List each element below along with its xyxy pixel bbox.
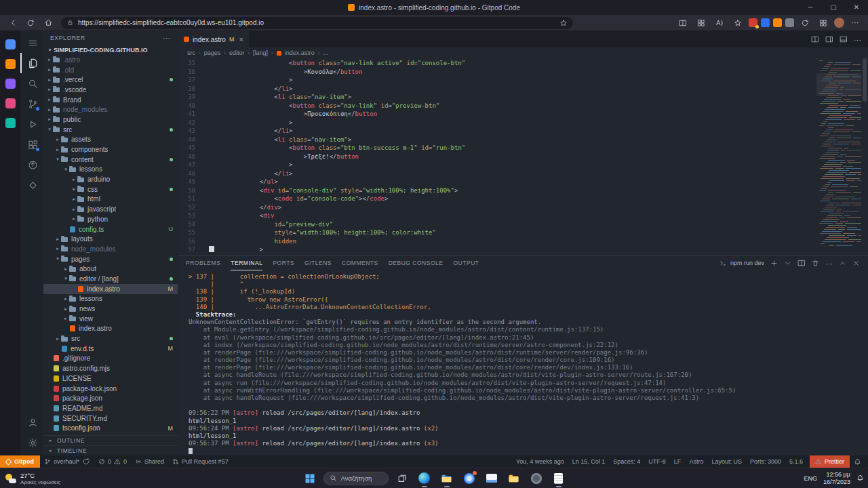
password-extension-icon[interactable] <box>785 18 794 27</box>
tree-folder-python[interactable]: ▸python <box>43 214 178 224</box>
tree-file-index-astro[interactable]: index.astro <box>43 324 178 334</box>
sidebar-app-pink-icon[interactable] <box>5 98 16 108</box>
terminal-line[interactable]: html/lesson_1 <box>189 432 863 440</box>
back-icon[interactable] <box>5 16 20 30</box>
panel-tab-comments[interactable]: COMMENTS <box>342 256 378 270</box>
tree-folder-brand[interactable]: ▸Brand <box>43 95 178 105</box>
code-line[interactable]: 51 <code id="console-code"></code> <box>178 195 816 203</box>
terminal-line[interactable]: 09:56:37 PM [astro] reload /src/pages/ed… <box>189 440 863 447</box>
code-line[interactable]: 45 <button class="btn btn-success m-1" i… <box>178 144 816 152</box>
terminal-dropdown-icon[interactable] <box>784 260 791 267</box>
tree-folder-arduino[interactable]: ▸arduino <box>43 174 178 184</box>
terminal-line[interactable]: 09:56:24 PM [astro] reload /src/pages/ed… <box>189 425 863 432</box>
panel-tab-output[interactable]: OUTPUT <box>454 256 479 270</box>
code-area[interactable]: 35 <button class="nav-link active" id="c… <box>178 58 816 255</box>
minimize-button[interactable]: ─ <box>799 0 822 15</box>
extensions-icon[interactable] <box>816 17 831 29</box>
terminal-line[interactable]: at index (/workspace/simplified-coding.g… <box>189 342 863 349</box>
problems-indicator[interactable]: 0 0 <box>94 458 131 465</box>
terminal-line[interactable]: 139 | throw new AstroError({ <box>189 296 863 304</box>
pull-request-indicator[interactable]: Pull Request #57 <box>168 458 233 465</box>
browser-icon[interactable] <box>460 470 478 487</box>
status-ln-15-col-1[interactable]: Ln 15, Col 1 <box>568 458 610 465</box>
new-terminal-icon[interactable] <box>770 260 778 267</box>
editor-scrollbar[interactable] <box>861 58 868 255</box>
code-line[interactable]: 40 <button class="nav-link" id="preview-… <box>178 102 816 110</box>
status-utf-8[interactable]: UTF-8 <box>644 458 670 465</box>
code-line[interactable]: 50 <div id="console-div" style="width:10… <box>178 186 816 195</box>
breadcrumb-item-src[interactable]: src <box>187 49 195 56</box>
status-you-4-weeks-ago[interactable]: You, 4 weeks ago <box>512 458 568 465</box>
tree-folder-vscode[interactable]: ▸.vscode <box>43 85 178 95</box>
terminal-line[interactable]: at async run (file:///workspace/simplifi… <box>189 380 863 387</box>
code-line[interactable]: 44 <li class="nav-item"> <box>178 136 816 144</box>
status-layout-us[interactable]: Layout: US <box>707 458 746 465</box>
tree-folder-css[interactable]: ▸css <box>43 184 178 195</box>
kill-terminal-icon[interactable] <box>812 260 819 267</box>
start-button[interactable] <box>301 470 319 487</box>
tree-file-security-md[interactable]: SECURITY.md <box>43 413 178 424</box>
tree-folder-content[interactable]: ▾content <box>43 155 178 165</box>
activity-run-debug-icon[interactable] <box>20 114 43 134</box>
terminal-line[interactable]: 140 | ...AstroErrorData.UnknownContentCo… <box>189 304 863 311</box>
weather-widget[interactable]: 27°C Αραιές νεφώσεις <box>5 472 60 485</box>
tree-file-readme-md[interactable]: README.md <box>43 403 178 413</box>
taskbar-search[interactable]: Αναζήτηση <box>323 472 389 485</box>
tab-grid-icon[interactable] <box>694 17 709 29</box>
terminal-line[interactable]: at async runWithErrorHandling (file:///w… <box>189 387 863 394</box>
sidebar-app-orange-icon[interactable] <box>5 59 16 69</box>
code-line[interactable]: 54 id="preview-div" <box>178 220 816 229</box>
branch-indicator[interactable]: overhaul* <box>40 458 94 466</box>
activity-source-control-icon[interactable] <box>20 94 43 114</box>
terminal-line[interactable]: | ^ <box>189 281 863 288</box>
sync-icon[interactable] <box>797 17 812 29</box>
activity-settings-icon[interactable] <box>20 432 43 453</box>
code-line[interactable]: 49 </ul> <box>178 178 816 186</box>
taskbar-clock[interactable]: 12:56 μμ 16/7/2023 <box>823 471 850 486</box>
code-line[interactable]: 37 > <box>178 76 816 85</box>
code-line[interactable]: 46 >Τρέξε!</button <box>178 152 816 161</box>
remote-indicator[interactable]: Gitpod <box>0 455 40 468</box>
tab-close-icon[interactable]: × <box>239 35 243 43</box>
language-indicator[interactable]: ENG <box>804 475 817 482</box>
maximize-panel-icon[interactable] <box>839 260 846 267</box>
tree-root-folder[interactable]: ▾ SIMPLIFIED-CODING.GITHUB.IO <box>43 45 178 55</box>
prettier-indicator[interactable]: Prettier <box>810 455 850 468</box>
gitpod-extension-icon[interactable] <box>773 18 782 27</box>
notepad-icon[interactable] <box>550 470 568 487</box>
terminal-line[interactable]: 138 | if (!_lookupId) <box>189 288 863 296</box>
code-line[interactable]: 35 <button class="nav-link active" id="c… <box>178 59 816 68</box>
close-panel-icon[interactable] <box>852 260 860 267</box>
minimap[interactable] <box>816 58 861 255</box>
terminal-line[interactable]: 09:56:22 PM [astro] reload /src/pages/ed… <box>189 409 863 417</box>
sidebar-section-timeline[interactable]: ▸TIMELINE <box>43 445 178 455</box>
tree-folder-javascript[interactable]: ▸javascript <box>43 204 178 214</box>
tree-folder-lessons[interactable]: ▾lessons <box>43 165 178 175</box>
split-editor-icon[interactable] <box>811 35 819 43</box>
code-line[interactable]: 47 > <box>178 161 816 169</box>
tree-file-gitignore[interactable]: .gitignore <box>43 354 178 364</box>
terminal-task[interactable]: npm run dev <box>719 260 764 267</box>
activity-accounts-icon[interactable] <box>20 412 43 432</box>
terminal-line[interactable]: at renderPage (file:///workspace/simplif… <box>189 349 863 357</box>
code-line[interactable]: 55 style="width:100%; height:100%; color… <box>178 228 816 237</box>
url-bar[interactable]: https://simplifiedc-simplifiedc-eabtco0u… <box>61 17 573 29</box>
activity-gitpod-icon[interactable] <box>20 175 43 195</box>
tree-folder-pages[interactable]: ▾pages <box>43 254 178 264</box>
notifications-bell-icon[interactable] <box>856 474 864 482</box>
status-ports-3000[interactable]: Ports: 3000 <box>746 458 785 465</box>
terminal-output[interactable]: > 137 | collection = collectionOrLookupO… <box>178 270 868 455</box>
close-button[interactable]: ✕ <box>845 0 868 15</box>
terminal-line[interactable]: at eval (/workspace/simplified-coding.gi… <box>189 334 863 342</box>
code-line[interactable]: 38 </li> <box>178 85 816 94</box>
panel-tab-gitlens[interactable]: GITLENS <box>304 256 332 270</box>
tree-folder-astro[interactable]: ▸.astro <box>43 55 178 65</box>
terminal-line[interactable]: at async handleRoute (file:///workspace/… <box>189 371 863 379</box>
read-aloud-icon[interactable]: A) <box>712 17 727 29</box>
tree-folder-lessons[interactable]: ▸lessons <box>43 294 178 304</box>
tree-file-tsconfig-json[interactable]: tsconfig.jsonM <box>43 423 178 433</box>
adblock-extension-icon[interactable] <box>749 18 757 27</box>
favorite-star-icon[interactable] <box>559 19 568 27</box>
code-line[interactable]: 56 hidden <box>178 237 816 246</box>
customize-layout-icon[interactable] <box>825 35 833 43</box>
